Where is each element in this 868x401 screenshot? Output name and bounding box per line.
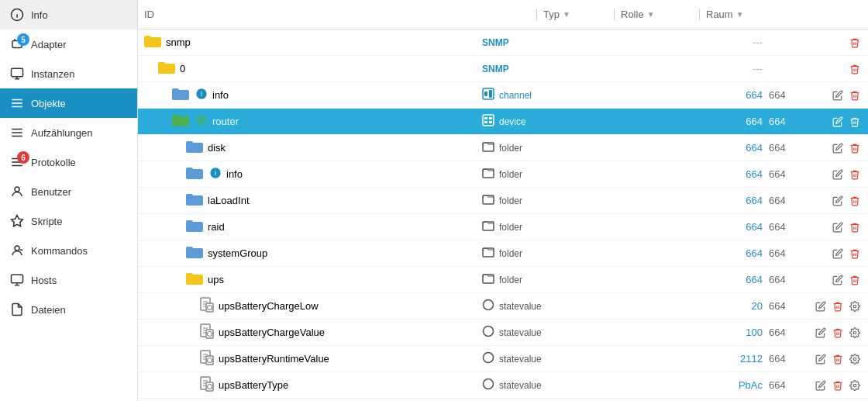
hosts-icon	[9, 272, 25, 288]
table-row[interactable]: disk folder664664	[138, 135, 868, 161]
row-value: 664	[707, 274, 769, 285]
table-row[interactable]: iinfo folder664664	[138, 161, 868, 188]
aufzaehlungen-icon	[9, 125, 25, 140]
gear-button[interactable]	[848, 300, 862, 313]
delete-button[interactable]	[831, 300, 845, 313]
table-row[interactable]: 0SNMP---	[138, 56, 868, 82]
svg-point-71	[853, 305, 856, 308]
table-row[interactable]: upsBatteryChargeLow statevalue20664	[138, 293, 868, 320]
type-label: device	[499, 116, 526, 127]
col-raum-header[interactable]: Raum ▼	[699, 9, 800, 20]
delete-button[interactable]	[848, 116, 862, 128]
row-id-label: systemGroup	[208, 247, 267, 259]
typ-filter-icon[interactable]: ▼	[563, 10, 570, 19]
table-row[interactable]: raid folder664664	[138, 214, 868, 240]
sidebar-item-benutzer[interactable]: Benutzer	[0, 177, 137, 206]
table-row[interactable]: router device664664	[138, 109, 868, 135]
svg-text:i: i	[201, 90, 202, 98]
edit-button[interactable]	[831, 116, 845, 128]
svg-point-70	[484, 300, 494, 310]
edit-button[interactable]	[831, 195, 845, 207]
table-row[interactable]: upsBatteryRuntimeValue statevalue2112664	[138, 346, 868, 372]
gear-button[interactable]	[848, 379, 862, 392]
delete-button[interactable]	[848, 36, 862, 49]
state-file-icon	[200, 350, 214, 368]
col-typ-header[interactable]: Typ ▼	[536, 9, 614, 20]
delete-button[interactable]	[831, 327, 845, 339]
sidebar-item-info[interactable]: Info	[0, 0, 137, 29]
sidebar-item-protokolle[interactable]: Protokolle6	[0, 147, 137, 177]
table-row[interactable]: ups folder664664	[138, 267, 868, 293]
type-icon	[482, 378, 494, 392]
delete-button[interactable]	[831, 379, 845, 392]
delete-button[interactable]	[848, 247, 862, 260]
rolle-filter-icon[interactable]: ▼	[647, 10, 655, 19]
skripte-icon	[9, 213, 25, 229]
svg-rect-35	[489, 90, 492, 98]
table-row[interactable]: iinfo channel664664	[138, 82, 868, 109]
edit-button[interactable]	[814, 379, 828, 392]
sidebar-item-hosts[interactable]: Hosts	[0, 265, 137, 295]
edit-button[interactable]	[814, 300, 828, 313]
sidebar-item-instanzen[interactable]: Instanzen	[0, 59, 137, 88]
delete-button[interactable]	[848, 142, 862, 154]
edit-button[interactable]	[831, 142, 845, 154]
edit-button[interactable]	[831, 274, 845, 286]
folder-icon	[172, 113, 189, 130]
gear-button[interactable]	[848, 353, 862, 365]
row-actions	[800, 274, 862, 286]
snmp-label: SNMP	[482, 64, 509, 74]
delete-button[interactable]	[848, 89, 862, 102]
row-type-col: folder	[482, 220, 622, 234]
edit-button[interactable]	[831, 168, 845, 181]
raum-filter-icon[interactable]: ▼	[736, 10, 744, 19]
table-row[interactable]: upsBatteryType statevaluePbAc664	[138, 372, 868, 399]
delete-button[interactable]	[848, 274, 862, 286]
sidebar-item-objekte[interactable]: Objekte	[0, 88, 137, 118]
edit-button[interactable]	[814, 327, 828, 339]
table-row[interactable]: snmpSNMP---	[138, 29, 868, 56]
sidebar-item-adapter[interactable]: Adapter5	[0, 29, 137, 59]
benutzer-label: Benutzer	[31, 186, 71, 198]
table-row[interactable]: upsBatteryChargeValue statevalue100664	[138, 320, 868, 346]
sidebar-item-kommandos[interactable]: Kommandos	[0, 236, 137, 265]
svg-rect-56	[186, 220, 193, 224]
gear-button[interactable]	[848, 327, 862, 339]
delete-button[interactable]	[848, 63, 862, 75]
edit-button[interactable]	[814, 353, 828, 365]
row-perm: 664	[769, 168, 800, 180]
kommandos-icon	[9, 243, 25, 258]
sidebar-item-dateien[interactable]: Dateien	[0, 295, 137, 324]
edit-button[interactable]	[831, 89, 845, 102]
edit-button[interactable]	[831, 221, 845, 233]
svg-rect-48	[186, 168, 193, 171]
row-value: PbAc	[707, 379, 769, 391]
svg-point-87	[853, 358, 856, 361]
type-label: channel	[499, 90, 532, 101]
adapter-label: Adapter	[31, 39, 67, 50]
row-value: 664	[707, 89, 769, 101]
row-type-col: folder	[482, 193, 622, 208]
delete-button[interactable]	[848, 195, 862, 207]
type-icon	[482, 140, 494, 155]
col-rolle-header[interactable]: Rolle ▼	[614, 9, 699, 20]
delete-button[interactable]	[848, 221, 862, 233]
table-row[interactable]: laLoadInt folder664664	[138, 188, 868, 214]
type-label: folder	[499, 222, 522, 233]
svg-rect-22	[12, 275, 23, 283]
sidebar: InfoAdapter5InstanzenObjekteAufzählungen…	[0, 0, 138, 401]
sidebar-item-aufzaehlungen[interactable]: Aufzählungen	[0, 118, 137, 147]
type-label: folder	[499, 169, 522, 180]
benutzer-icon	[9, 184, 25, 199]
row-type-col: statevalue	[482, 299, 622, 313]
table-row[interactable]: systemGroup folder664664	[138, 240, 868, 267]
edit-button[interactable]	[831, 247, 845, 260]
objekte-label: Objekte	[31, 98, 66, 109]
delete-button[interactable]	[831, 353, 845, 365]
info-icon	[9, 7, 25, 22]
delete-button[interactable]	[848, 168, 862, 181]
svg-marker-19	[12, 216, 23, 226]
row-actions	[800, 116, 862, 128]
row-perm: 664	[769, 353, 800, 365]
sidebar-item-skripte[interactable]: Skripte	[0, 206, 137, 236]
